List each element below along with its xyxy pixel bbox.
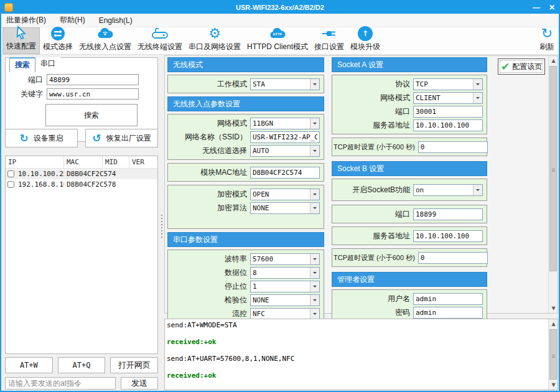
chevron-down-icon[interactable] [310,268,319,278]
wireless-mode-box: 工作模式 STA [167,75,324,93]
plug-icon [321,26,337,41]
log-output[interactable]: send:AT+WMODE=STA received:+ok send:AT+U… [167,321,548,388]
ssid-input[interactable] [250,131,320,143]
socket-b-timeout-box: TCP超时设置 (小于600 秒) [332,248,487,267]
socka-timeout-label: TCP超时设置 (小于600 秒) [334,142,418,152]
tool-interface-settings[interactable]: 接口设置 [311,27,347,54]
serial-params-box: 波特率 57600 数据位 8 停止位 1 检验位 NONE 流控 NFC [167,250,324,323]
atw-button[interactable]: AT+W [5,357,53,373]
chevron-down-icon[interactable] [473,79,482,90]
chevron-down-icon[interactable] [310,118,319,129]
protocol-select[interactable]: TCP [413,78,483,90]
password-input[interactable] [413,307,483,319]
apply-page-button[interactable]: ✔ 配置该页 [498,58,545,75]
log-scrollbar[interactable]: ▲ ▼ [548,319,558,390]
sockb-enable-label: 开启SocketB功能 [334,185,413,195]
vertical-splitter[interactable] [159,56,164,388]
menu-batch-operations[interactable]: 批量操作(B) [6,15,46,26]
chevron-down-icon[interactable] [473,185,482,195]
config-scrollbar[interactable]: ▲ ▼ [548,56,558,313]
menu-english[interactable]: English(L) [99,16,133,25]
col-ip[interactable]: IP [6,156,64,168]
tool-quick-config[interactable]: 快速配置 [2,27,40,54]
socka-server-input[interactable] [413,119,483,131]
chevron-down-icon[interactable] [310,203,319,213]
chevron-down-icon[interactable] [310,281,319,292]
chevron-down-icon[interactable] [310,189,319,200]
device-reboot-button[interactable]: ↻ 设备重启 [5,129,78,147]
enc-alg-select[interactable]: NONE [250,202,320,214]
scroll-down-icon[interactable]: ▼ [549,380,558,390]
col-mac[interactable]: MAC [64,156,103,168]
scroll-up-icon[interactable]: ▲ [549,319,558,329]
flowctrl-label: 流控 [169,309,250,319]
chevron-down-icon[interactable] [473,93,482,103]
mac-input[interactable] [250,167,320,179]
col-ver[interactable]: VER [129,156,154,168]
tool-sta-settings[interactable]: 无线终端设置 [134,27,185,54]
scroll-down-icon[interactable]: ▼ [549,304,558,313]
sockb-timeout-input[interactable] [418,252,488,264]
tab-search[interactable]: 搜索 [9,57,35,72]
port-input[interactable] [47,74,139,85]
stopbits-select[interactable]: 1 [250,281,320,292]
tab-serial[interactable]: 串口 [35,57,60,72]
socka-timeout-input[interactable] [418,141,488,153]
chevron-down-icon[interactable] [310,309,319,319]
sockb-port-label: 端口 [334,209,413,220]
minimize-button[interactable]: — [533,1,540,14]
row-checkbox[interactable] [7,181,14,188]
tool-serial-network[interactable]: ⚙ 串口及网络设置 [185,27,244,54]
tool-httpd-client[interactable]: HTTP HTTPD Client模式 [244,27,311,54]
send-button[interactable]: 发送 [121,377,158,390]
sockb-server-input[interactable] [413,230,483,242]
work-mode-select[interactable]: STA [250,78,320,90]
parity-select[interactable]: NONE [250,294,320,306]
factory-reset-button[interactable]: ↺ 恢复出厂设置 [85,129,158,147]
socka-mode-select[interactable]: CLIENT [413,92,483,104]
username-input[interactable] [413,293,483,305]
search-button[interactable]: 搜索 [45,104,138,126]
cursor-icon [14,26,28,40]
table-row[interactable]: 192.168.8.104 D8B04CF2C578 [6,179,157,190]
atq-button[interactable]: AT+Q [58,357,106,373]
at-command-input[interactable] [5,377,116,390]
chevron-down-icon[interactable] [310,79,319,90]
chevron-down-icon[interactable] [310,254,319,264]
enc-mode-select[interactable]: OPEN [250,189,320,200]
cell-ip: 192.168.8.104 [16,180,64,189]
tool-module-upgrade[interactable]: ↑ 模块升级 [347,27,383,54]
close-button[interactable]: ✕ [549,1,555,14]
socka-port-input[interactable] [413,106,483,118]
net-mode-select[interactable]: 11BGN [250,118,320,129]
window-title: USR-WIFI232-6xx/A2/B2/D2 [1,4,559,11]
table-row[interactable]: 10.10.100.254 D8B04CF2C574 [6,169,157,179]
baud-select[interactable]: 57600 [250,253,320,265]
tool-ap-settings[interactable]: 无线接入点设置 [76,27,134,54]
sockb-port-input[interactable] [413,208,483,220]
port-label: 端口 [11,75,47,85]
log-line: send:AT+UART=57600,8,1,NONE,NFC [167,355,548,363]
chevron-down-icon[interactable] [310,146,319,156]
channel-select[interactable]: AUTO [250,145,320,157]
check-icon: ✔ [501,62,510,71]
databits-select[interactable]: 8 [250,267,320,279]
sockb-enable-select[interactable]: on [413,184,483,196]
flowctrl-select[interactable]: NFC [250,308,320,320]
col-mid[interactable]: MID [103,156,129,168]
tool-refresh[interactable]: ↻ 刷新 [536,27,558,54]
chevron-down-icon[interactable] [310,295,319,306]
tool-label: 快速配置 [6,41,36,52]
row-checkbox[interactable] [7,170,14,177]
tool-mode-select[interactable]: 模式选择 [40,27,76,54]
open-web-button[interactable]: 打开网页 [110,357,158,373]
keyword-input[interactable] [47,88,139,100]
gear-icon: ⚙ [208,26,221,41]
admin-box: 用户名 密码 [332,289,487,322]
socket-b-port-box: 端口 [332,205,487,223]
log-scrollbar-thumb[interactable] [549,329,557,380]
enc-mode-label: 加密模式 [169,189,250,200]
config-scrollbar-thumb[interactable] [549,66,557,271]
scroll-up-icon[interactable]: ▲ [549,56,558,65]
menu-help[interactable]: 帮助(H) [60,15,85,26]
